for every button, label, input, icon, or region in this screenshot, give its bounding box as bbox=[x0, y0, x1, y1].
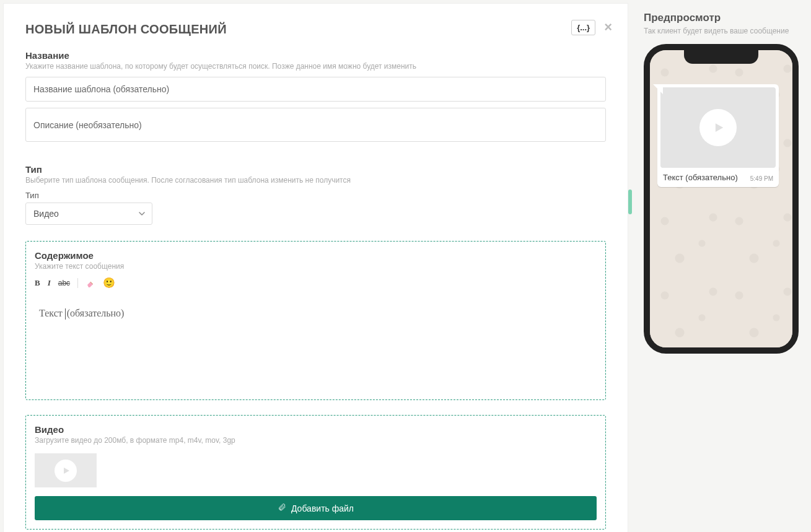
phone-frame: Текст (обязательно) 5:49 PM bbox=[644, 44, 799, 354]
video-label: Видео bbox=[35, 424, 597, 435]
template-name-input[interactable] bbox=[25, 77, 606, 102]
emoji-icon[interactable]: 🙂 bbox=[103, 277, 115, 289]
toolbar-separator bbox=[77, 278, 78, 288]
content-placeholder: Текст (обязательно) bbox=[39, 308, 124, 318]
bubble-time: 5:49 PM bbox=[750, 175, 773, 182]
content-label: Содержимое bbox=[35, 250, 597, 261]
add-file-button[interactable]: Добавить файл bbox=[35, 496, 597, 520]
message-bubble: Текст (обязательно) 5:49 PM bbox=[657, 84, 779, 187]
content-hint: Укажите текст сообщения bbox=[35, 262, 597, 271]
video-section: Видео Загрузите видео до 200мб, в формат… bbox=[25, 415, 606, 530]
name-hint: Укажите название шаблона, по которому бу… bbox=[25, 62, 606, 71]
page-title: НОВЫЙ ШАБЛОН СООБЩЕНИЙ bbox=[25, 22, 606, 37]
content-editor[interactable]: Текст (обязательно) bbox=[35, 295, 597, 391]
strikethrough-button[interactable]: abc bbox=[58, 279, 70, 287]
accent-stripe bbox=[628, 190, 632, 214]
preview-panel: Предпросмотр Так клиент будет видеть ваш… bbox=[631, 0, 811, 532]
type-label: Тип bbox=[25, 164, 606, 175]
bubble-text: Текст (обязательно) bbox=[663, 173, 738, 182]
preview-hint: Так клиент будет видеть ваше сообщение bbox=[644, 27, 799, 35]
main-panel: {...} × НОВЫЙ ШАБЛОН СООБЩЕНИЙ Название … bbox=[3, 3, 628, 532]
bold-button[interactable]: B bbox=[35, 278, 40, 288]
template-description-input[interactable] bbox=[25, 108, 606, 142]
phone-notch bbox=[684, 50, 758, 64]
type-select-label: Тип bbox=[25, 191, 606, 200]
preview-title: Предпросмотр bbox=[644, 12, 799, 24]
video-thumbnail bbox=[35, 453, 97, 487]
italic-button[interactable]: I bbox=[48, 278, 51, 288]
play-icon bbox=[55, 460, 77, 482]
paperclip-icon bbox=[278, 503, 286, 513]
type-select-value: Видео bbox=[33, 209, 59, 219]
chevron-down-icon bbox=[138, 210, 146, 217]
bubble-media bbox=[660, 87, 776, 168]
play-icon bbox=[699, 109, 737, 146]
add-file-label: Добавить файл bbox=[291, 504, 354, 513]
name-label: Название bbox=[25, 50, 606, 61]
type-hint: Выберите тип шаблона сообщения. После со… bbox=[25, 176, 606, 185]
content-section: Содержимое Укажите текст сообщения B I a… bbox=[25, 241, 606, 400]
close-icon[interactable]: × bbox=[604, 19, 612, 35]
eraser-icon[interactable] bbox=[85, 278, 95, 288]
type-select[interactable]: Видео bbox=[25, 203, 152, 225]
video-hint: Загрузите видео до 200мб, в формате mp4,… bbox=[35, 436, 597, 445]
json-placeholders-button[interactable]: {...} bbox=[571, 20, 595, 35]
